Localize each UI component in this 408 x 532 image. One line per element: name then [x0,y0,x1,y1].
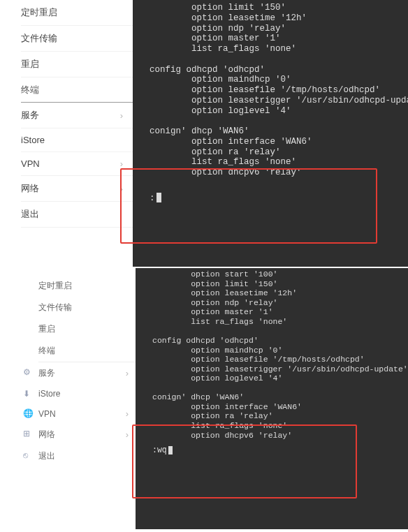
chevron-right-icon: › [126,408,129,419]
sidebar-item-label: 重启 [38,323,55,335]
sidebar-item-label: 终端 [21,84,39,96]
gear-icon: ⚙ [23,367,33,377]
globe-icon: 🌐 [23,408,33,418]
sidebar-item-label: 退出 [38,450,55,462]
sidebar-item[interactable]: ⚙服务› [38,362,136,384]
exit-icon: ⎋ [23,450,33,460]
chevron-right-icon: › [126,429,129,440]
sidebar-item[interactable]: 定时重启 [21,0,133,26]
sidebar-item-label: 定时重启 [38,280,72,292]
sidebar-item[interactable]: VPN› [21,152,133,176]
sidebar-item-label: 退出 [21,208,39,221]
sidebar: 定时重启文件传输重启终端⚙服务›⬇iStore🌐VPN›⊞网络›⎋退出 [0,268,136,467]
sidebar-item[interactable]: 重启 [38,318,136,340]
sidebar-item-label: iStore [38,389,60,399]
sidebar-item-label: VPN [21,158,40,169]
chevron-right-icon: › [120,158,123,169]
sidebar: 定时重启文件传输重启终端服务›iStoreVPN›网络›退出 [0,0,133,228]
sidebar-item-label: 网络 [21,182,39,195]
sidebar-item[interactable]: ⊞网络› [38,424,136,445]
annotation-highlight [132,424,357,498]
sidebar-item-label: 重启 [21,58,39,71]
sidebar-item[interactable]: 文件传输 [38,297,136,318]
chevron-right-icon: › [126,368,129,378]
sidebar-item-label: iStore [21,135,45,145]
sidebar-item-label: VPN [38,409,56,419]
sidebar-item[interactable]: ⬇iStore [38,384,136,404]
sidebar-item[interactable]: iStore [21,128,133,152]
sidebar-item-label: 网络 [38,429,55,441]
terminal-code: option start '100' option limit '150' op… [136,268,408,440]
sidebar-item[interactable]: 重启 [21,52,133,77]
download-icon: ⬇ [23,389,33,399]
sidebar-item[interactable]: ⎋退出 [38,445,136,467]
panel-1: 定时重启文件传输重启终端服务›iStoreVPN›网络›退出 option li… [0,0,408,267]
annotation-highlight [120,168,377,244]
sidebar-item[interactable]: 文件传输 [21,26,133,52]
sidebar-item[interactable]: 退出 [21,202,133,228]
sidebar-item[interactable]: 🌐VPN› [38,404,136,424]
sidebar-item-label: 终端 [38,345,55,357]
sidebar-item-label: 文件传输 [38,302,72,313]
panel-2: 定时重启文件传输重启终端⚙服务›⬇iStore🌐VPN›⊞网络›⎋退出 opti… [0,267,408,529]
network-icon: ⊞ [23,429,33,438]
sidebar-item[interactable]: 终端 [38,340,136,362]
sidebar-item[interactable]: 定时重启 [38,275,136,297]
chevron-right-icon: › [120,110,123,121]
sidebar-item-label: 定时重启 [21,6,57,19]
sidebar-item-label: 文件传输 [21,32,57,45]
terminal-code: option limit '150' option leasetime '12h… [133,0,408,178]
sidebar-item[interactable]: 终端 [21,77,133,103]
sidebar-item-label: 服务 [21,109,39,121]
sidebar-item-label: 服务 [38,367,55,379]
sidebar-item[interactable]: 服务› [21,103,133,128]
sidebar-item[interactable]: 网络› [21,176,133,202]
